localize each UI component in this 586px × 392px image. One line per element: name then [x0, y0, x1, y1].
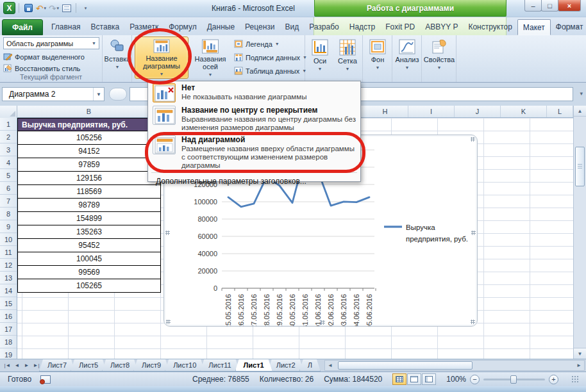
table-cell[interactable]: 135263	[17, 225, 161, 239]
insert-function-button[interactable]	[109, 88, 127, 101]
row-header-4[interactable]: 4	[0, 156, 17, 169]
chart-handle[interactable]	[471, 137, 475, 142]
axes-button[interactable]: Оси ▼	[307, 37, 333, 79]
reset-style-button[interactable]: Восстановить стиль	[2, 63, 81, 74]
excel-app-icon[interactable]: X	[3, 2, 15, 14]
scroll-down-icon[interactable]: ▼	[574, 348, 586, 359]
next-sheet-icon[interactable]: ►	[22, 363, 31, 368]
ribbon-tab-формул[interactable]: Формул	[163, 19, 202, 35]
sheet-tab-лист8[interactable]: Лист8	[102, 359, 138, 372]
undo-button[interactable]: ↶▾	[35, 3, 47, 14]
row-header-2[interactable]: 2	[0, 131, 17, 143]
save-button[interactable]	[22, 3, 34, 14]
chart-element-selector[interactable]: Область диаграммы ▼	[3, 37, 99, 49]
table-cell[interactable]: 154899	[17, 212, 161, 225]
ribbon-tab-вставка[interactable]: Вставка	[86, 19, 125, 35]
chart-handle[interactable]	[321, 320, 325, 325]
ribbon-tab-разметк[interactable]: Разметк	[124, 19, 163, 35]
chart-title-button[interactable]: Название диаграммы ▼	[135, 37, 188, 79]
row-header-13[interactable]: 13	[0, 272, 17, 284]
sheet-tab-лист2[interactable]: Лист2	[268, 359, 304, 372]
table-cell[interactable]: 105256	[17, 131, 161, 145]
table-header-cell[interactable]: Выручка предприятия, руб.	[17, 118, 161, 131]
row-header-10[interactable]: 10	[0, 233, 17, 246]
redo-button[interactable]: ↷▾	[48, 3, 60, 14]
sheet-tab-лист10[interactable]: Лист10	[165, 359, 205, 372]
sheet-tab-лист11[interactable]: Лист11	[200, 359, 239, 372]
zoom-in-button[interactable]: +	[549, 375, 558, 384]
column-header-j[interactable]: J	[455, 106, 501, 117]
vertical-scrollbar[interactable]: ▲ ▼	[573, 106, 586, 359]
ribbon-tab-данные[interactable]: Данные	[202, 19, 240, 35]
ribbon-tab-файл[interactable]: Файл	[2, 19, 43, 35]
chart-handle[interactable]	[165, 231, 170, 235]
ribbon-tab-рецензи[interactable]: Рецензи	[240, 19, 280, 35]
row-header-1[interactable]: 1	[0, 118, 17, 131]
prev-sheet-icon[interactable]: ◄	[13, 363, 21, 368]
column-header-b[interactable]: B	[17, 106, 161, 117]
background-button[interactable]: Фон ▼	[365, 37, 390, 79]
ribbon-tab-вид[interactable]: Вид	[280, 19, 305, 35]
sheet-tab-лист7[interactable]: Лист7	[39, 359, 75, 372]
row-header-3[interactable]: 3	[0, 143, 17, 156]
column-header-h[interactable]: H	[362, 106, 408, 117]
menu-item-1[interactable]: НетНе показывать название диаграммы	[148, 81, 360, 104]
row-header-8[interactable]: 8	[0, 208, 17, 220]
sheet-tab-л[interactable]: Л	[299, 359, 321, 372]
chart-handle[interactable]	[471, 231, 476, 235]
minimize-button[interactable]: –	[524, 0, 542, 12]
scroll-left-icon[interactable]: ◄	[325, 361, 335, 370]
table-cell[interactable]: 118569	[17, 185, 161, 199]
insert-button[interactable]: Вставка ▼	[105, 36, 130, 71]
row-header-15[interactable]: 15	[0, 297, 17, 310]
column-header-i[interactable]: I	[408, 106, 455, 117]
legend-button[interactable]: Легенда▼	[232, 37, 309, 51]
row-header-12[interactable]: 12	[0, 259, 17, 272]
properties-button[interactable]: Свойства ▼	[424, 37, 455, 79]
scroll-up-icon[interactable]: ▲	[574, 106, 586, 117]
table-cell[interactable]: 105265	[17, 279, 161, 293]
zoom-slider-thumb[interactable]	[510, 375, 517, 384]
row-header-5[interactable]: 5	[0, 169, 17, 182]
menu-item-2[interactable]: Название по центру с перекрытиемВыравнив…	[148, 104, 360, 133]
page-break-view-button[interactable]	[422, 373, 436, 385]
format-selection-button[interactable]: Формат выделенного	[2, 51, 86, 62]
ribbon-tab-макет[interactable]: Макет	[517, 19, 551, 35]
name-box[interactable]: Диаграмма 2 ▼	[2, 87, 105, 101]
ribbon-tab-главная[interactable]: Главная	[46, 19, 86, 35]
resize-grip[interactable]	[571, 375, 580, 384]
table-cell[interactable]: 99569	[17, 266, 161, 279]
ribbon-tab-конструктор[interactable]: Конструктор	[463, 19, 517, 35]
table-cell[interactable]: 100045	[17, 252, 161, 266]
table-cell[interactable]: 97859	[17, 158, 161, 172]
horizontal-scroll-thumb[interactable]	[338, 361, 473, 370]
table-cell[interactable]: 94152	[17, 145, 161, 158]
data-table-button[interactable]: Таблица данных▼	[232, 64, 309, 78]
workbook-close-icon[interactable]: ×	[576, 23, 580, 31]
scroll-right-icon[interactable]: ►	[574, 361, 584, 370]
zoom-out-button[interactable]: −	[470, 375, 480, 384]
menu-more-options[interactable]: Дополнительные параметры заголовков...	[148, 174, 360, 188]
ribbon-tab-разрабо[interactable]: Разрабо	[304, 19, 344, 35]
ribbon-tab-надстр[interactable]: Надстр	[344, 19, 381, 35]
zoom-slider[interactable]	[483, 379, 545, 380]
table-cell[interactable]: 98789	[17, 199, 161, 212]
row-header-6[interactable]: 6	[0, 182, 17, 195]
quick-print-button[interactable]	[61, 3, 72, 14]
menu-item-3[interactable]: Над диаграммойРазмещение названия вверху…	[148, 133, 360, 171]
close-button[interactable]: ×	[558, 0, 581, 12]
gridlines-button[interactable]: Сетка ▼	[335, 37, 360, 79]
ribbon-tab-foxit pd[interactable]: Foxit PD	[380, 19, 420, 35]
table-cell[interactable]: 129156	[17, 172, 161, 185]
first-sheet-icon[interactable]: |◄	[3, 363, 12, 368]
row-header-7[interactable]: 7	[0, 195, 17, 208]
horizontal-scrollbar[interactable]: ◄ ►	[324, 360, 585, 371]
maximize-button[interactable]: □	[541, 0, 558, 12]
ribbon-tab-abbyy p[interactable]: ABBYY P	[420, 19, 463, 35]
row-header-18[interactable]: 18	[0, 336, 17, 348]
chart-handle[interactable]	[471, 320, 475, 324]
analysis-button[interactable]: Анализ ▼	[394, 37, 420, 79]
row-header-9[interactable]: 9	[0, 220, 17, 233]
record-macro-icon[interactable]	[40, 375, 51, 384]
chart-handle[interactable]	[166, 320, 171, 324]
